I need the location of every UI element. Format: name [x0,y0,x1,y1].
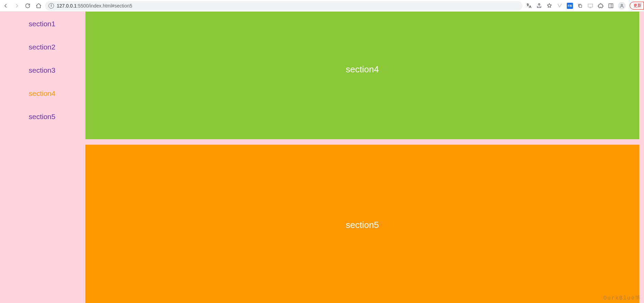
extensions-puzzle-icon[interactable] [598,3,604,9]
sidebar-link-section1[interactable]: section1 [29,20,85,28]
url-text: 127.0.0.1:5500/index.html#section5 [57,3,132,9]
url-host: 127.0.0.1 [57,3,77,9]
back-button[interactable] [3,3,9,9]
section4-heading: section4 [346,64,379,75]
url-path: :5500/index.html#section5 [77,3,132,9]
browser-toolbar: i 127.0.0.1:5500/index.html#section5 FB [0,0,644,12]
arrow-right-icon [14,3,20,9]
page-viewport: section1 section2 section3 section4 sect… [0,12,644,303]
nav-button-group [3,3,42,9]
sidebar-link-section2[interactable]: section2 [29,43,85,51]
content-scroll-area[interactable]: section4 section5 [85,12,639,303]
extension-device-icon[interactable] [587,3,593,9]
arrow-left-icon [3,3,9,9]
person-icon [619,3,624,8]
sidebar-link-section4[interactable]: section4 [29,89,85,98]
reload-button[interactable] [25,3,31,9]
sidebar-nav: section1 section2 section3 section4 sect… [0,12,85,303]
site-info-icon[interactable]: i [49,3,54,9]
share-icon[interactable] [536,3,542,9]
extension-v-icon[interactable] [557,3,563,9]
sidebar-link-section3[interactable]: section3 [29,66,85,74]
section4-panel: section4 [85,12,639,139]
bookmark-star-icon[interactable] [546,3,552,9]
svg-rect-1 [588,4,593,7]
reload-icon [25,3,31,9]
panel-toggle-icon[interactable] [608,3,614,9]
translate-icon[interactable] [526,3,532,9]
sidebar-link-section5[interactable]: section5 [29,113,85,121]
update-button[interactable]: 更新 [630,2,644,10]
address-bar[interactable]: i 127.0.0.1:5500/index.html#section5 [45,1,522,11]
section5-heading: section5 [346,220,379,230]
svg-point-3 [621,4,623,6]
extension-copy-icon[interactable] [577,3,583,9]
toolbar-right-group: FB 更新 [526,2,641,10]
profile-avatar[interactable] [618,2,626,10]
home-icon [36,3,42,9]
home-button[interactable] [36,3,42,9]
svg-rect-0 [579,5,581,7]
extension-fb-icon[interactable]: FB [567,3,573,9]
section5-panel: section5 [85,145,639,303]
forward-button[interactable] [14,3,20,9]
